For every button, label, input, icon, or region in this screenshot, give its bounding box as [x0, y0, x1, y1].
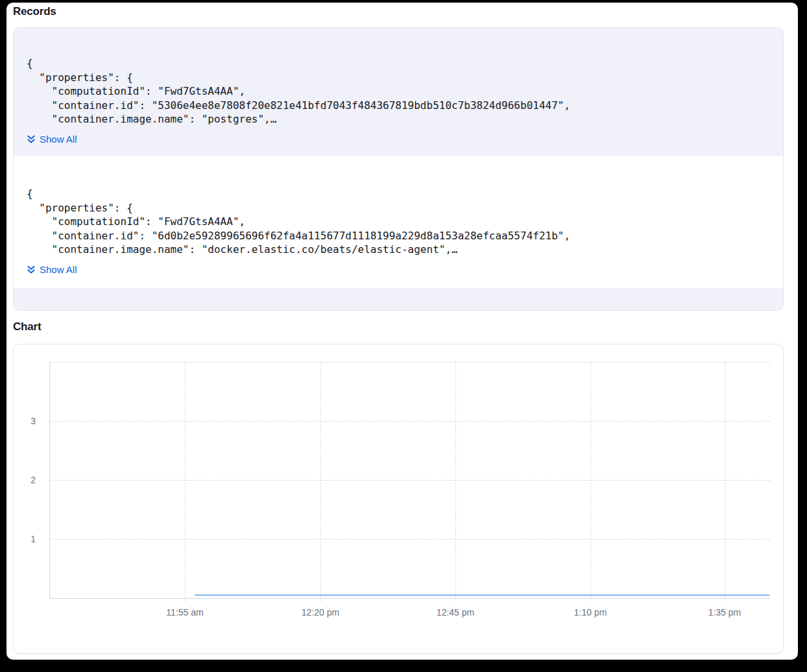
y-axis-tick-label: 2 [14, 474, 36, 486]
record-json-snippet: { "properties": { "computationId": "Fwd7… [27, 187, 770, 257]
chart-plot: 12311:55 am12:20 pm12:45 pm1:10 pm1:35 p… [49, 362, 770, 599]
grid-line-horizontal [50, 362, 770, 363]
grid-line-vertical [590, 362, 591, 601]
x-axis-tick-label: 1:35 pm [708, 606, 741, 619]
show-all-button[interactable]: Show All [27, 263, 77, 276]
double-chevron-down-icon [27, 135, 36, 144]
grid-line-vertical [320, 362, 321, 601]
grid-line-vertical [185, 362, 186, 601]
show-all-button[interactable]: Show All [27, 133, 77, 146]
records-card: { "properties": { "computationId": "Fwd7… [13, 27, 784, 311]
grid-line-horizontal [50, 480, 770, 481]
chart-card: 12311:55 am12:20 pm12:45 pm1:10 pm1:35 p… [13, 344, 784, 654]
grid-line-horizontal [50, 421, 770, 422]
y-axis-tick-label: 1 [14, 533, 36, 546]
grid-line-horizontal [50, 539, 770, 540]
record-json-snippet: { "properties": { "computationId": "Fwd7… [27, 56, 770, 126]
show-all-label: Show All [40, 263, 77, 276]
record-row-partial [14, 288, 783, 311]
grid-line-vertical [455, 362, 456, 601]
y-axis-tick-label: 3 [14, 414, 36, 427]
x-axis-tick-label: 12:45 pm [437, 606, 474, 619]
chart-series-line [195, 594, 770, 596]
records-section-title: Records [13, 4, 56, 19]
show-all-label: Show All [40, 133, 77, 146]
x-axis-tick-label: 12:20 pm [302, 606, 339, 619]
x-axis-tick-label: 1:10 pm [574, 606, 607, 619]
record-row: { "properties": { "computationId": "Fwd7… [14, 156, 783, 288]
grid-line-vertical [725, 362, 725, 601]
double-chevron-down-icon [27, 265, 36, 274]
record-row: { "properties": { "computationId": "Fwd7… [14, 28, 783, 156]
app-window: Records { "properties": { "computationId… [6, 3, 798, 660]
chart-section-title: Chart [13, 319, 41, 335]
x-axis-tick-label: 11:55 am [166, 606, 203, 619]
